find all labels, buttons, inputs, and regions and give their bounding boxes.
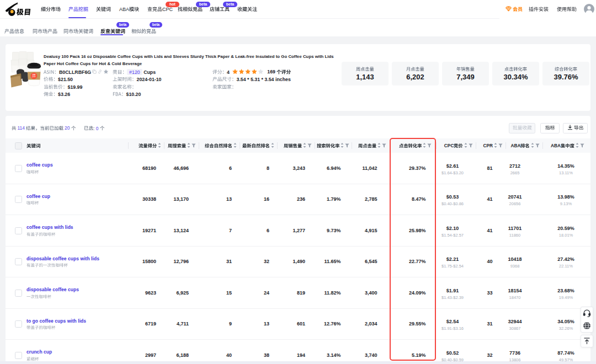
svg-text:pack: pack xyxy=(31,76,36,78)
